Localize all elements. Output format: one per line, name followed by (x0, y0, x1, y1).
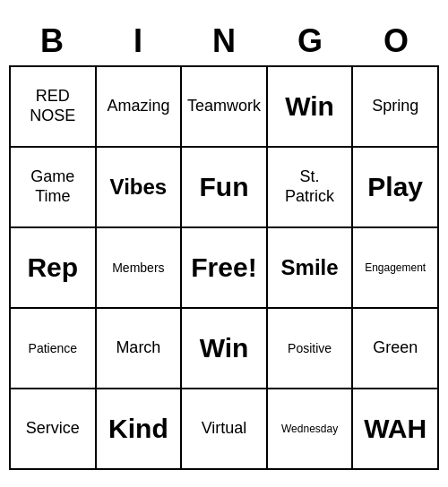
bingo-cell-4-1: Kind (97, 389, 183, 470)
cell-text-1-2: Fun (199, 171, 248, 203)
cell-text-4-2: Virtual (202, 419, 247, 439)
bingo-row-0: REDNOSEAmazingTeamworkWinSpring (11, 67, 439, 148)
cell-text-2-3: Smile (281, 255, 339, 281)
cell-text-3-0: Patience (29, 341, 77, 356)
bingo-cell-1-4: Play (353, 148, 439, 228)
bingo-cell-1-3: St.Patrick (268, 148, 354, 228)
bingo-cell-4-0: Service (11, 389, 97, 470)
bingo-cell-2-2: Free! (182, 228, 268, 309)
cell-text-0-3: Win (285, 90, 334, 123)
cell-text-3-3: Positive (288, 341, 332, 356)
cell-text-1-3: St.Patrick (285, 167, 334, 206)
bingo-cell-2-1: Members (97, 228, 183, 309)
bingo-cell-0-1: Amazing (97, 67, 183, 148)
bingo-cell-0-2: Teamwork (182, 67, 268, 148)
header-letter-N: N (181, 17, 267, 65)
bingo-cell-4-2: Virtual (182, 389, 268, 470)
cell-text-0-0: REDNOSE (30, 87, 75, 125)
header-letter-G: G (267, 17, 353, 65)
bingo-header: BINGO (9, 17, 439, 65)
cell-text-4-3: Wednesday (281, 423, 338, 435)
bingo-cell-4-3: Wednesday (268, 389, 354, 470)
cell-text-2-1: Members (112, 261, 164, 276)
cell-text-4-4: WAH (364, 413, 426, 445)
bingo-cell-0-0: REDNOSE (11, 67, 97, 148)
bingo-cell-2-0: Rep (11, 228, 97, 309)
bingo-row-1: GameTimeVibesFunSt.PatrickPlay (11, 148, 439, 228)
header-letter-I: I (95, 17, 181, 65)
cell-text-3-2: Win (200, 332, 249, 364)
bingo-row-2: RepMembersFree!SmileEngagement (11, 228, 439, 309)
cell-text-4-1: Kind (108, 413, 168, 445)
bingo-grid: REDNOSEAmazingTeamworkWinSpringGameTimeV… (9, 65, 439, 470)
bingo-cell-2-4: Engagement (353, 228, 439, 309)
bingo-cell-4-4: WAH (353, 389, 439, 470)
bingo-row-4: ServiceKindVirtualWednesdayWAH (11, 389, 439, 470)
bingo-cell-2-3: Smile (268, 228, 354, 309)
cell-text-2-4: Engagement (365, 261, 426, 274)
bingo-row-3: PatienceMarchWinPositiveGreen (11, 309, 439, 389)
bingo-cell-0-3: Win (268, 67, 354, 148)
header-letter-B: B (9, 17, 95, 65)
bingo-cell-3-1: March (97, 309, 183, 389)
header-letter-O: O (353, 17, 439, 65)
bingo-cell-0-4: Spring (353, 67, 439, 148)
cell-text-0-1: Amazing (107, 97, 169, 116)
cell-text-2-0: Rep (27, 252, 78, 284)
bingo-cell-3-0: Patience (11, 309, 97, 389)
cell-text-3-4: Green (373, 338, 418, 358)
bingo-cell-1-2: Fun (182, 148, 268, 228)
cell-text-4-0: Service (26, 419, 80, 439)
cell-text-1-4: Play (367, 171, 423, 203)
bingo-card: BINGO REDNOSEAmazingTeamworkWinSpringGam… (9, 17, 439, 470)
bingo-cell-3-3: Positive (268, 309, 354, 389)
cell-text-1-0: GameTime (30, 167, 74, 206)
cell-text-3-1: March (116, 338, 160, 358)
bingo-cell-3-4: Green (353, 309, 439, 389)
cell-text-0-4: Spring (372, 97, 418, 116)
bingo-cell-3-2: Win (182, 309, 268, 389)
bingo-cell-1-0: GameTime (11, 148, 97, 228)
bingo-cell-1-1: Vibes (97, 148, 183, 228)
cell-text-2-2: Free! (191, 252, 256, 284)
cell-text-0-2: Teamwork (187, 97, 261, 116)
cell-text-1-1: Vibes (110, 175, 168, 201)
